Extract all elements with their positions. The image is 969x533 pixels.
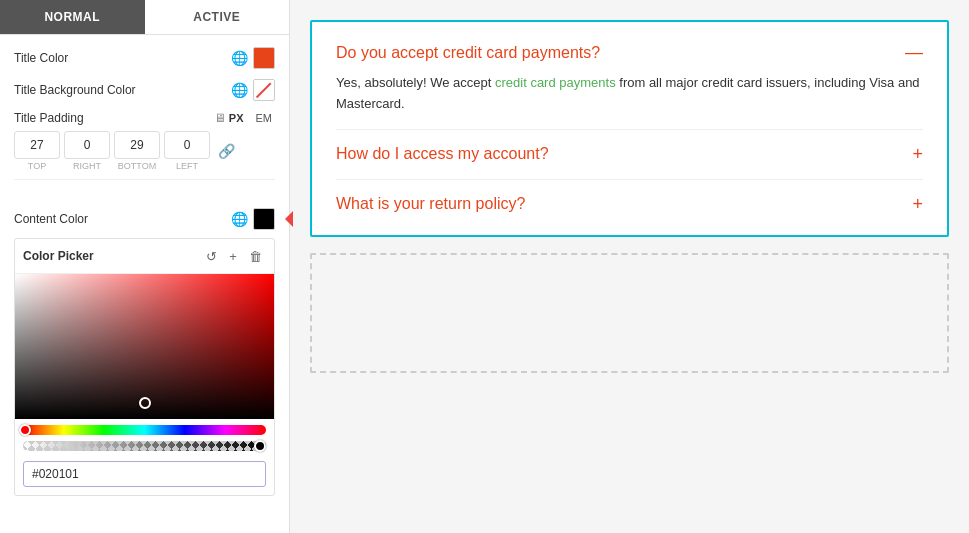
delete-icon[interactable]: 🗑 xyxy=(244,245,266,267)
faq-answer-1: Yes, absolutely! We accept credit card p… xyxy=(336,73,923,115)
left-panel: NORMAL ACTIVE Title Color 🌐 Title Backgr… xyxy=(0,0,290,533)
gradient-bg xyxy=(15,274,274,419)
padding-left-wrap: LEFT xyxy=(164,131,210,171)
title-bg-color-swatch[interactable] xyxy=(253,79,275,101)
padding-bottom-input[interactable] xyxy=(114,131,160,159)
faq-question-1: Do you accept credit card payments? xyxy=(336,44,600,62)
add-icon[interactable]: + xyxy=(222,245,244,267)
hex-input[interactable] xyxy=(23,461,266,487)
color-gradient-area[interactable] xyxy=(15,274,274,419)
px-em-toggle: PX EM xyxy=(226,111,275,125)
content-color-swatch[interactable] xyxy=(253,208,275,230)
em-btn[interactable]: EM xyxy=(253,111,276,125)
reset-icon[interactable]: ↺ xyxy=(200,245,222,267)
padding-top-input[interactable] xyxy=(14,131,60,159)
divider xyxy=(14,179,275,180)
alpha-thumb[interactable] xyxy=(254,440,266,452)
alpha-slider-row xyxy=(15,439,274,457)
color-picker-header: Color Picker ↺ + 🗑 xyxy=(15,239,274,274)
title-bg-globe-icon[interactable]: 🌐 xyxy=(229,80,249,100)
padding-right-input[interactable] xyxy=(64,131,110,159)
title-bg-color-controls: 🌐 xyxy=(229,79,275,101)
faq-item-3: What is your return policy? + xyxy=(336,180,923,215)
hue-slider-row xyxy=(15,419,274,439)
alpha-slider[interactable] xyxy=(23,441,266,451)
title-bg-color-label: Title Background Color xyxy=(14,83,229,97)
padding-bottom-wrap: BOTTOM xyxy=(114,131,160,171)
padding-right-wrap: RIGHT xyxy=(64,131,110,171)
content-color-label: Content Color xyxy=(14,212,229,226)
title-color-globe-icon[interactable]: 🌐 xyxy=(229,48,249,68)
faq-toggle-3[interactable]: + xyxy=(912,194,923,215)
highlight-text: credit card payments xyxy=(495,75,616,90)
content-color-swatch-wrap xyxy=(253,208,275,230)
faq-question-2: How do I access my account? xyxy=(336,145,549,163)
title-color-row: Title Color 🌐 xyxy=(14,47,275,69)
faq-question-3: What is your return policy? xyxy=(336,195,525,213)
padding-inputs-row: TOP RIGHT BOTTOM LEFT 🔗 xyxy=(14,131,275,171)
content-color-row: Content Color 🌐 xyxy=(0,200,289,238)
settings-area: Title Color 🌐 Title Background Color 🌐 T… xyxy=(0,35,289,200)
hex-input-row xyxy=(15,457,274,495)
padding-bottom-label: BOTTOM xyxy=(118,161,156,171)
title-bg-color-row: Title Background Color 🌐 xyxy=(14,79,275,101)
tabs-row: NORMAL ACTIVE xyxy=(0,0,289,35)
title-color-label: Title Color xyxy=(14,51,229,65)
padding-right-label: RIGHT xyxy=(73,161,101,171)
gradient-cursor[interactable] xyxy=(139,397,151,409)
color-picker-panel: Color Picker ↺ + 🗑 xyxy=(14,238,275,496)
px-btn[interactable]: PX xyxy=(226,111,247,125)
faq-question-row-2: How do I access my account? + xyxy=(336,144,923,165)
tab-active[interactable]: ACTIVE xyxy=(145,0,290,34)
padding-left-input[interactable] xyxy=(164,131,210,159)
right-area: Do you accept credit card payments? — Ye… xyxy=(290,0,969,533)
padding-top-wrap: TOP xyxy=(14,131,60,171)
title-color-controls: 🌐 xyxy=(229,47,275,69)
faq-item-1: Do you accept credit card payments? — Ye… xyxy=(336,42,923,130)
faq-toggle-1[interactable]: — xyxy=(905,42,923,63)
tab-normal[interactable]: NORMAL xyxy=(0,0,145,34)
monitor-icon: 🖥 xyxy=(214,111,226,125)
faq-question-row-3: What is your return policy? + xyxy=(336,194,923,215)
empty-widget xyxy=(310,253,949,373)
title-color-swatch[interactable] xyxy=(253,47,275,69)
faq-question-row-1: Do you accept credit card payments? — xyxy=(336,42,923,63)
color-arrow-indicator[interactable] xyxy=(285,211,293,227)
color-picker-title: Color Picker xyxy=(23,249,200,263)
content-color-globe-icon[interactable]: 🌐 xyxy=(229,209,249,229)
faq-toggle-2[interactable]: + xyxy=(912,144,923,165)
faq-widget: Do you accept credit card payments? — Ye… xyxy=(310,20,949,237)
hue-thumb[interactable] xyxy=(19,424,31,436)
title-padding-label-row: Title Padding 🖥 PX EM xyxy=(14,111,275,125)
title-padding-label: Title Padding xyxy=(14,111,210,125)
padding-left-label: LEFT xyxy=(176,161,198,171)
padding-top-label: TOP xyxy=(28,161,46,171)
hue-slider[interactable] xyxy=(23,425,266,435)
link-padding-icon[interactable]: 🔗 xyxy=(218,143,235,159)
faq-item-2: How do I access my account? + xyxy=(336,130,923,180)
